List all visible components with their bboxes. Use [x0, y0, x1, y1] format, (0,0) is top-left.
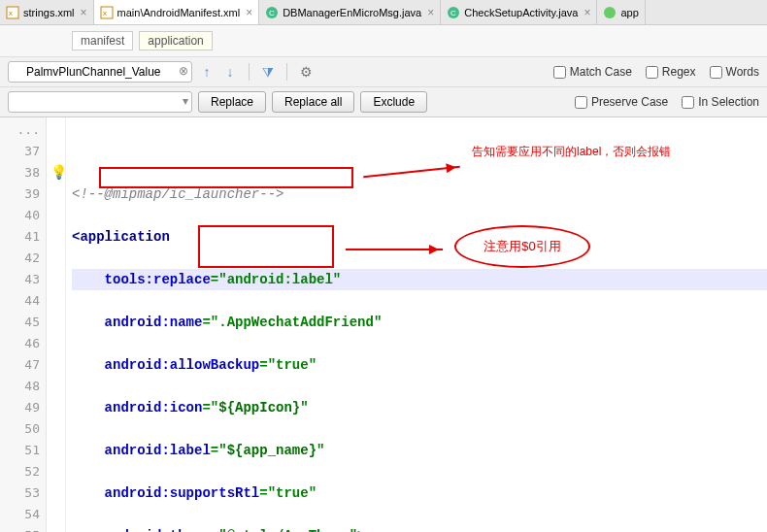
- replace-input[interactable]: [8, 91, 192, 113]
- svg-point-8: [604, 7, 616, 18]
- svg-text:C: C: [269, 9, 275, 17]
- separator: [286, 63, 287, 81]
- search-input-wrap: 🔍 ⊗: [8, 61, 192, 83]
- code-editor[interactable]: ...3738394041424344454647484950515253545…: [0, 117, 767, 532]
- words-label: Words: [726, 65, 759, 79]
- close-icon[interactable]: ×: [81, 6, 87, 19]
- line-gutter: ...3738394041424344454647484950515253545…: [0, 117, 47, 532]
- breadcrumb-application[interactable]: application: [139, 31, 212, 50]
- tab-label: main\AndroidManifest.xml: [117, 7, 241, 18]
- preserve-case-label: Preserve Case: [591, 95, 668, 109]
- replace-input-wrap: 🔍 ▾: [8, 91, 192, 113]
- close-icon[interactable]: ×: [427, 6, 434, 19]
- regex-checkbox[interactable]: Regex: [646, 65, 696, 79]
- gear-icon[interactable]: ⚙: [297, 63, 315, 81]
- tab-checksetup-java[interactable]: C CheckSetupActivity.java ×: [441, 0, 597, 24]
- find-bar: 🔍 ⊗ ↑ ↓ ⧩ ⚙ Match Case Regex Words: [0, 56, 767, 87]
- match-case-label: Match Case: [570, 65, 632, 79]
- close-icon[interactable]: ×: [584, 6, 590, 19]
- tab-label: strings.xml: [23, 7, 75, 18]
- replace-bar: 🔍 ▾ Replace Replace all Exclude Preserve…: [0, 87, 767, 117]
- replace-all-button[interactable]: Replace all: [272, 91, 354, 113]
- xml-file-icon: x: [100, 6, 114, 19]
- gradle-icon: [603, 6, 617, 19]
- in-selection-checkbox[interactable]: In Selection: [682, 95, 759, 109]
- replace-button[interactable]: Replace: [198, 91, 266, 113]
- code-area[interactable]: <!--@mipmap/ic_launcher--> <application …: [66, 117, 767, 532]
- preserve-case-checkbox[interactable]: Preserve Case: [575, 95, 668, 109]
- svg-text:x: x: [9, 9, 13, 17]
- editor-tabs: x strings.xml × x main\AndroidManifest.x…: [0, 0, 767, 25]
- next-match-icon[interactable]: ↓: [221, 63, 239, 81]
- in-selection-label: In Selection: [698, 95, 759, 109]
- fold-gutter: [47, 117, 66, 532]
- close-icon[interactable]: ×: [246, 6, 252, 19]
- clear-icon[interactable]: ⊗: [179, 64, 188, 78]
- svg-text:C: C: [450, 9, 456, 17]
- bulb-icon[interactable]: 💡: [50, 164, 67, 180]
- breadcrumb: manifest application: [0, 25, 767, 56]
- search-input[interactable]: [8, 61, 192, 83]
- words-checkbox[interactable]: Words: [710, 65, 759, 79]
- match-case-checkbox[interactable]: Match Case: [553, 65, 632, 79]
- tab-manifest-xml[interactable]: x main\AndroidManifest.xml ×: [94, 0, 260, 24]
- java-class-icon: C: [447, 6, 460, 19]
- filter-icon[interactable]: ⧩: [259, 63, 277, 81]
- tab-app[interactable]: app: [597, 0, 645, 24]
- tab-label: DBManagerEnMicroMsg.java: [283, 7, 421, 18]
- breadcrumb-manifest[interactable]: manifest: [72, 31, 133, 50]
- history-icon[interactable]: ▾: [183, 94, 188, 108]
- separator: [249, 63, 250, 81]
- tab-strings-xml[interactable]: x strings.xml ×: [0, 0, 94, 24]
- annotation-arrow-2: [346, 249, 443, 250]
- xml-file-icon: x: [6, 6, 19, 19]
- regex-label: Regex: [662, 65, 696, 79]
- tab-label: CheckSetupActivity.java: [464, 7, 578, 18]
- prev-match-icon[interactable]: ↑: [198, 63, 216, 81]
- svg-text:x: x: [103, 9, 107, 17]
- java-class-icon: C: [265, 6, 279, 19]
- annotation-text-1: 告知需要应用不同的label，否则会报错: [472, 144, 671, 160]
- exclude-button[interactable]: Exclude: [360, 91, 427, 113]
- tab-dbmanager-java[interactable]: C DBManagerEnMicroMsg.java ×: [259, 0, 441, 24]
- tab-label: app: [620, 7, 638, 18]
